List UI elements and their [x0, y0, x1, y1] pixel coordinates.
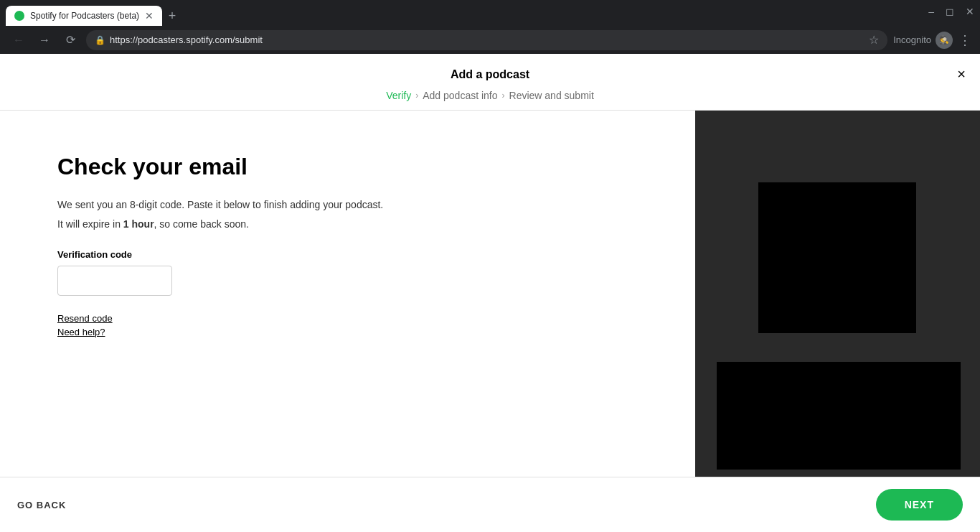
address-bar[interactable]: 🔒 https://podcasters.spotify.com/submit …: [86, 30, 887, 50]
right-panel: [695, 111, 980, 477]
need-help-link[interactable]: Need help?: [57, 327, 638, 337]
incognito-label: Incognito: [893, 34, 931, 45]
desc-post: , so come back soon.: [154, 218, 249, 230]
desc-pre: It will expire in: [57, 218, 123, 230]
minimize-icon[interactable]: –: [928, 6, 934, 17]
step-chevron-2: ›: [502, 90, 505, 101]
url-text: https://podcasters.spotify.com/submit: [110, 34, 263, 45]
new-tab-button[interactable]: +: [162, 6, 182, 26]
avatar: 🕵: [936, 32, 953, 49]
lock-icon: 🔒: [95, 35, 105, 45]
code-label: Verification code: [57, 249, 638, 260]
stepper: Verify › Add podcast info › Review and s…: [0, 81, 980, 110]
verification-code-input[interactable]: [57, 266, 172, 296]
resend-code-link[interactable]: Resend code: [57, 313, 638, 324]
page-heading: Check your email: [57, 154, 638, 180]
close-window-icon[interactable]: ✕: [966, 6, 974, 17]
step-chevron-1: ›: [415, 90, 418, 101]
desc-line2: It will expire in 1 hour, so come back s…: [57, 217, 638, 232]
go-back-button[interactable]: GO BACK: [17, 500, 66, 510]
desc-bold: 1 hour: [123, 218, 154, 230]
incognito-area: Incognito 🕵: [893, 32, 953, 49]
reload-button[interactable]: ⟳: [60, 30, 80, 50]
bookmark-icon[interactable]: ☆: [869, 33, 879, 47]
browser-menu-icon[interactable]: ⋮: [958, 32, 971, 48]
restore-icon[interactable]: ◻: [946, 6, 954, 17]
step-review: Review and submit: [509, 90, 594, 101]
tab-favicon: [14, 11, 24, 21]
modal-header: Add a podcast ×: [0, 54, 980, 81]
preview-image-bottom: [717, 362, 961, 470]
tab-close-icon[interactable]: ✕: [145, 11, 154, 21]
preview-image-top: [758, 182, 916, 333]
step-add-info: Add podcast info: [423, 90, 497, 101]
verification-form: Verification code: [57, 249, 638, 296]
back-button[interactable]: ←: [9, 30, 29, 50]
modal-title: Add a podcast: [451, 68, 529, 80]
next-button[interactable]: NEXT: [876, 489, 963, 521]
forward-button[interactable]: →: [34, 30, 55, 50]
browser-tab[interactable]: Spotify for Podcasters (beta) ✕: [6, 6, 162, 26]
links-area: Resend code Need help?: [57, 313, 638, 337]
close-button[interactable]: ×: [957, 67, 966, 81]
step-verify[interactable]: Verify: [386, 90, 411, 101]
left-panel: Check your email We sent you an 8-digit …: [0, 111, 695, 477]
modal-footer: GO BACK NEXT: [0, 477, 980, 532]
desc-line1: We sent you an 8-digit code. Paste it be…: [57, 197, 638, 213]
tab-title: Spotify for Podcasters (beta): [30, 11, 139, 21]
